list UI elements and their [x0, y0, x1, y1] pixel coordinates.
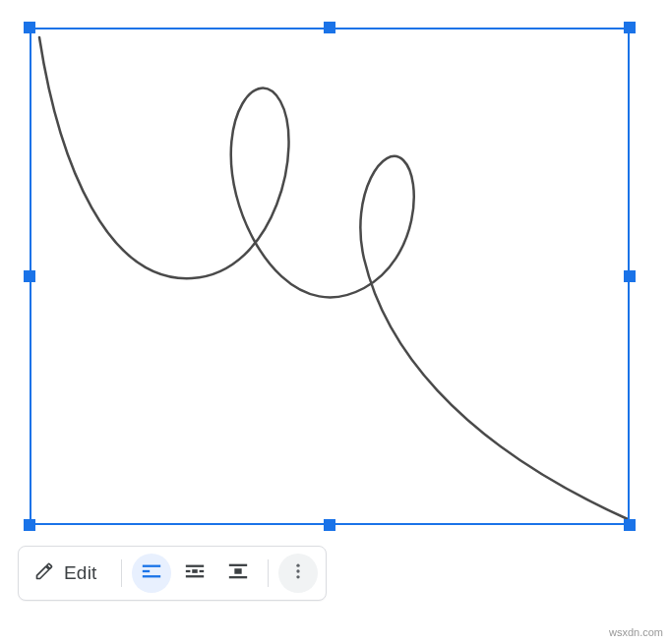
svg-rect-2 — [142, 575, 159, 577]
pencil-icon — [34, 561, 54, 586]
svg-rect-9 — [234, 568, 241, 574]
break-text-icon — [227, 560, 249, 586]
scribble-drawing — [30, 28, 630, 525]
edit-button[interactable]: Edit — [27, 554, 111, 594]
resize-handle-middle-left[interactable] — [24, 270, 35, 282]
resize-handle-middle-right[interactable] — [624, 270, 636, 282]
image-options-toolbar: Edit — [18, 546, 327, 601]
more-options-button[interactable] — [278, 554, 318, 593]
svg-rect-0 — [142, 565, 159, 567]
svg-point-12 — [296, 569, 299, 572]
svg-rect-1 — [142, 570, 149, 572]
more-vert-icon — [288, 561, 308, 585]
svg-rect-4 — [185, 570, 190, 572]
break-text-button[interactable] — [218, 554, 258, 593]
wrap-inline-icon — [141, 560, 162, 586]
svg-point-13 — [296, 575, 299, 578]
toolbar-divider — [268, 559, 269, 587]
resize-handle-top-left[interactable] — [24, 22, 35, 33]
toolbar-divider — [121, 559, 122, 587]
svg-point-11 — [296, 564, 299, 567]
resize-handle-bottom-left[interactable] — [24, 519, 35, 531]
wrap-inline-button[interactable] — [132, 554, 171, 593]
drawing-selection-area[interactable] — [30, 28, 630, 525]
resize-handle-bottom-center[interactable] — [324, 519, 335, 531]
wrap-text-button[interactable] — [175, 554, 214, 593]
resize-handle-top-center[interactable] — [324, 22, 335, 33]
svg-rect-10 — [228, 576, 246, 578]
resize-handle-top-right[interactable] — [624, 22, 636, 33]
wrap-text-icon — [184, 560, 206, 586]
svg-rect-6 — [199, 570, 204, 572]
resize-handle-bottom-right[interactable] — [624, 519, 636, 531]
watermark-text: wsxdn.com — [609, 626, 663, 638]
svg-rect-3 — [185, 565, 203, 567]
svg-rect-5 — [192, 569, 198, 573]
svg-rect-7 — [185, 575, 203, 577]
edit-button-label: Edit — [64, 562, 97, 584]
svg-rect-8 — [228, 564, 246, 566]
